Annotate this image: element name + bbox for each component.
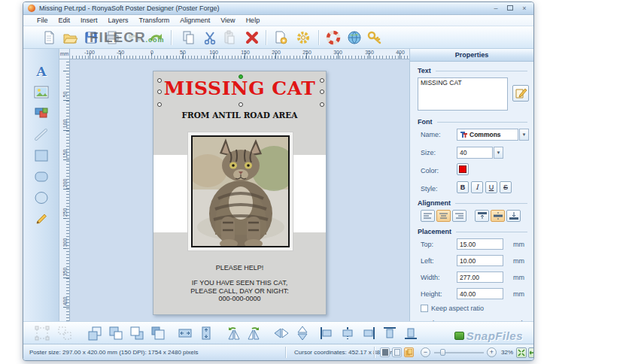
underline-button[interactable]: U [485, 181, 497, 193]
align-right-button[interactable] [359, 324, 378, 342]
rotate-right-button[interactable] [245, 324, 264, 342]
valign-top-button[interactable] [475, 210, 489, 222]
ellipse-tool-button[interactable] [32, 189, 51, 207]
font-size-label: Size: [421, 149, 436, 156]
bring-to-front-button[interactable] [85, 324, 105, 342]
selection-handle-bottom-right[interactable] [320, 102, 324, 107]
valign-middle-button[interactable] [491, 210, 505, 222]
view-mode-normal-button[interactable] [380, 347, 390, 357]
open-file-button[interactable] [61, 29, 79, 47]
selection-handle-mid-right[interactable] [320, 89, 324, 94]
selection-handle-bottom-center[interactable] [239, 102, 243, 107]
strikethrough-button[interactable]: S [500, 181, 512, 193]
title-bar[interactable]: Missing Pet.rpd - RonyaSoft Poster Desig… [23, 2, 533, 15]
poster-plea-text[interactable]: PLEASE HELP! [153, 264, 326, 271]
maximize-button[interactable] [507, 5, 513, 11]
align-text-left-button[interactable] [421, 210, 435, 222]
valign-bottom-button[interactable] [506, 210, 521, 222]
send-to-back-button[interactable] [148, 324, 168, 342]
poster-photo-frame[interactable] [187, 132, 293, 251]
poster-page[interactable]: MISSING CAT FROM ANTIL ROAD AREA [153, 71, 327, 315]
help-button[interactable] [324, 29, 342, 47]
rotate-left-button[interactable] [223, 324, 243, 342]
placement-left-input[interactable] [457, 255, 503, 266]
font-size-dropdown-arrow[interactable]: ▼ [494, 147, 503, 159]
selection-handle-mid-left[interactable] [157, 89, 162, 94]
flip-vertical-button[interactable] [293, 324, 312, 342]
redo-button[interactable] [147, 29, 165, 47]
center-horizontally-button[interactable] [175, 324, 195, 342]
zoom-slider[interactable] [434, 344, 484, 360]
font-name-dropdown-arrow[interactable]: ▼ [519, 129, 529, 141]
copy-button[interactable] [180, 29, 198, 47]
menu-alignment[interactable]: Alignment [180, 17, 210, 24]
minimize-button[interactable]: – [491, 5, 500, 12]
align-text-right-button[interactable] [452, 210, 466, 222]
export-image-button[interactable] [272, 29, 290, 47]
flip-horizontal-button[interactable] [272, 324, 291, 342]
keep-aspect-checkbox[interactable] [421, 305, 428, 312]
paste-button[interactable] [220, 29, 239, 47]
delete-button[interactable] [243, 29, 261, 47]
placement-height-input[interactable] [457, 288, 503, 299]
menu-layers[interactable]: Layers [108, 17, 129, 24]
menu-file[interactable]: File [37, 17, 48, 24]
ungroup-button[interactable] [55, 324, 74, 342]
bring-to-front-icon [87, 326, 102, 341]
zoom-in-button[interactable]: + [487, 347, 497, 357]
save-file-button[interactable] [82, 29, 100, 47]
placement-width-input[interactable] [457, 271, 503, 283]
menu-help[interactable]: Help [246, 17, 260, 24]
rectangle-tool-button[interactable] [32, 147, 51, 165]
center-vertically-button[interactable] [196, 324, 216, 342]
menu-edit[interactable]: Edit [59, 17, 71, 24]
website-button[interactable] [345, 29, 363, 47]
font-name-combo[interactable]: Commons [457, 129, 518, 141]
view-mode-outline-button[interactable] [392, 347, 402, 357]
selection-handle-top-left[interactable] [157, 78, 162, 83]
menu-transform[interactable]: Transform [139, 17, 170, 24]
align-top-button[interactable] [380, 324, 400, 342]
font-size-input[interactable] [457, 147, 493, 159]
font-color-button[interactable] [457, 163, 469, 175]
line-tool-button[interactable] [32, 126, 51, 144]
fit-width-button[interactable] [528, 347, 534, 358]
rounded-rectangle-tool-button[interactable] [32, 168, 51, 186]
align-center-button[interactable] [338, 324, 357, 342]
edit-text-button[interactable] [512, 85, 529, 102]
settings-button[interactable] [294, 29, 312, 47]
print-button[interactable] [103, 29, 121, 47]
bring-forward-button[interactable] [106, 324, 126, 342]
italic-button[interactable]: I [471, 181, 483, 193]
poster-subtitle-text[interactable]: FROM ANTIL ROAD AREA [153, 111, 326, 120]
text-content-input[interactable]: MISSING CAT [418, 77, 508, 111]
rotation-handle[interactable] [239, 74, 243, 79]
license-key-button[interactable] [366, 29, 384, 47]
group-button[interactable] [32, 324, 52, 342]
zoom-out-button[interactable]: − [421, 347, 430, 357]
poster-title-text[interactable]: MISSING CAT [153, 78, 326, 99]
new-document-button[interactable] [40, 29, 58, 47]
align-left-button[interactable] [317, 324, 336, 342]
menu-view[interactable]: View [220, 17, 235, 24]
clipart-tool-button[interactable] [32, 105, 51, 123]
image-tool-button[interactable] [32, 83, 51, 102]
close-button[interactable]: × [520, 5, 529, 12]
placement-top-input[interactable] [457, 238, 503, 250]
bold-button[interactable]: B [457, 181, 469, 193]
pencil-tool-button[interactable] [32, 210, 51, 228]
zoom-slider-thumb[interactable] [440, 349, 445, 356]
selection-handle-top-right[interactable] [320, 78, 324, 83]
design-canvas[interactable]: MISSING CAT FROM ANTIL ROAD AREA [70, 59, 411, 321]
undo-button[interactable] [126, 29, 144, 47]
menu-insert[interactable]: Insert [81, 17, 98, 24]
send-backward-button[interactable] [127, 324, 147, 342]
selection-handle-bottom-left[interactable] [157, 102, 162, 107]
fit-page-button[interactable] [516, 347, 527, 358]
poster-contact-text[interactable]: IF YOU HAVE SEEN THIS CAT, PLEASE CALL, … [153, 279, 326, 303]
text-tool-button[interactable]: A [32, 62, 51, 80]
align-bottom-button[interactable] [401, 324, 421, 342]
align-text-center-button[interactable] [436, 210, 451, 222]
view-mode-layout-button[interactable] [404, 347, 414, 357]
cut-button[interactable] [201, 29, 219, 47]
